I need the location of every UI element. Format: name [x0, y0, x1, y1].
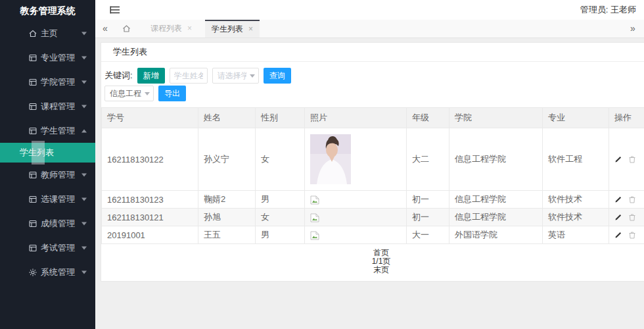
tabs-scroll-left-icon[interactable]: « — [95, 20, 115, 38]
close-icon[interactable]: × — [187, 20, 192, 38]
gear-icon — [29, 268, 37, 276]
cell-gender: 女 — [256, 128, 305, 191]
pagination: 首页 1/1页 末页 — [101, 244, 644, 281]
col-photo: 照片 — [305, 108, 407, 128]
cell-student-id: 162118130121 — [102, 209, 198, 226]
edit-icon[interactable] — [614, 213, 622, 221]
chevron-down-icon — [81, 270, 87, 274]
chevron-down-icon — [81, 56, 87, 59]
sidebar: 教务管理系统 主页 专业管理 学院管理 课程管理 — [0, 0, 95, 329]
sidebar-item-college-mgmt[interactable]: 学院管理 — [0, 70, 95, 94]
sidebar-item-system-mgmt[interactable]: 系统管理 — [0, 260, 95, 284]
close-icon[interactable]: × — [248, 21, 253, 38]
sidebar-item-home[interactable]: 主页 — [0, 21, 95, 45]
cell-major: 软件工程 — [543, 128, 609, 191]
cell-grade: 初一 — [407, 191, 449, 209]
chevron-down-icon — [145, 92, 150, 95]
sidebar-item-student-list[interactable]: 学生列表 — [0, 143, 95, 163]
cell-student-id: 20191001 — [102, 226, 198, 244]
cell-college: 信息工程学院 — [449, 191, 543, 209]
col-actions: 操作 — [609, 108, 644, 128]
add-button[interactable]: 新增 — [137, 68, 165, 84]
sidebar-item-label: 选课管理 — [41, 194, 75, 204]
sidebar-item-label: 学院管理 — [41, 77, 75, 87]
sidebar-item-label: 课程管理 — [41, 101, 75, 111]
chevron-down-icon — [81, 246, 87, 249]
query-button[interactable]: 查询 — [264, 68, 291, 84]
collapse-sidebar-icon[interactable] — [110, 5, 120, 14]
sidebar-item-student-mgmt[interactable]: 学生管理 — [0, 118, 95, 143]
col-name: 姓名 — [198, 108, 256, 128]
cell-student-id: 162118130123 — [102, 191, 198, 209]
edit-icon[interactable] — [614, 155, 622, 163]
cell-actions — [609, 128, 644, 191]
top-navbar: 管理员: 王老师 — [95, 0, 644, 20]
sidebar-item-enroll-mgmt[interactable]: 选课管理 — [0, 187, 95, 211]
col-gender: 性别 — [256, 108, 305, 128]
table-row: 162118130121 孙旭 女 初一 信息工程学院 软件技术 — [102, 209, 644, 226]
student-table: 学号 姓名 性别 照片 年级 学院 专业 操作 162118130122 — [101, 107, 644, 244]
sidebar-item-major-mgmt[interactable]: 专业管理 — [0, 45, 95, 70]
student-list-panel: 学生列表 关键词: 新增 请选择学院 查询 信息工程 — [101, 42, 644, 282]
sidebar-item-teacher-mgmt[interactable]: 教师管理 — [0, 163, 95, 187]
cell-gender: 男 — [256, 226, 305, 244]
student-photo — [310, 134, 351, 184]
sidebar-item-label: 系统管理 — [41, 267, 75, 277]
delete-icon[interactable] — [628, 213, 636, 221]
college-select[interactable]: 请选择学院 — [212, 68, 259, 84]
scrollbar-thumb[interactable] — [32, 141, 45, 164]
tab-student-list[interactable]: 学生列表 × — [205, 20, 260, 38]
cell-grade: 初一 — [407, 209, 449, 226]
edit-icon[interactable] — [614, 195, 622, 203]
sidebar-item-label: 专业管理 — [41, 53, 75, 63]
cell-name: 孙义宁 — [198, 128, 256, 191]
student-name-input[interactable] — [170, 68, 208, 84]
module-icon — [29, 171, 37, 179]
tab-label: 学生列表 — [212, 21, 243, 38]
delete-icon[interactable] — [628, 231, 636, 239]
pagination-last[interactable]: 末页 — [101, 266, 644, 274]
edit-icon[interactable] — [614, 231, 622, 239]
table-row: 162118130123 鞠婧2 男 初一 信息工程学院 软件技术 — [102, 191, 644, 209]
chevron-down-icon — [81, 32, 87, 35]
cell-photo — [305, 209, 407, 226]
content-area: 学生列表 关键词: 新增 请选择学院 查询 信息工程 — [95, 38, 644, 329]
broken-image-icon — [310, 231, 319, 240]
delete-icon[interactable] — [628, 195, 636, 203]
cell-name: 王五 — [198, 226, 256, 244]
sidebar-item-label: 教师管理 — [41, 170, 75, 180]
tab-course-list[interactable]: 课程列表 × — [144, 20, 198, 38]
table-row: 20191001 王五 男 大一 外国语学院 英语 — [102, 226, 644, 244]
chevron-down-icon — [81, 222, 87, 225]
chevron-down-icon — [81, 197, 87, 201]
tabs-scroll-right-icon[interactable]: » — [623, 20, 643, 38]
module-icon — [29, 195, 37, 203]
sidebar-item-course-mgmt[interactable]: 课程管理 — [0, 94, 95, 118]
cell-photo — [305, 191, 407, 209]
col-grade: 年级 — [407, 108, 449, 128]
module-icon — [29, 78, 37, 86]
sidebar-item-grade-mgmt[interactable]: 成绩管理 — [0, 211, 95, 236]
export-button[interactable]: 导出 — [158, 86, 186, 101]
cell-gender: 男 — [256, 191, 305, 209]
panel-title: 学生列表 — [101, 43, 644, 62]
home-tab-icon[interactable] — [115, 20, 137, 38]
tab-bar: « 课程列表 × 学生列表 × » — [95, 20, 644, 38]
cell-grade: 大二 — [407, 128, 449, 191]
chevron-down-icon — [81, 105, 87, 108]
cell-photo — [305, 226, 407, 244]
module-icon — [29, 103, 37, 111]
cell-major: 英语 — [543, 226, 609, 244]
sidebar-item-exam-mgmt[interactable]: 考试管理 — [0, 236, 95, 260]
module-icon — [29, 220, 37, 228]
major-select[interactable]: 信息工程 — [104, 86, 154, 101]
delete-icon[interactable] — [628, 155, 636, 163]
cell-name: 孙旭 — [198, 209, 256, 226]
cell-college: 信息工程学院 — [449, 128, 543, 191]
chevron-down-icon — [81, 173, 87, 176]
pagination-info: 1/1页 — [101, 257, 644, 266]
main-area: 管理员: 王老师 « 课程列表 × 学生列表 × » 学生列表 关键词 — [95, 0, 644, 329]
cell-actions — [609, 226, 644, 244]
cell-gender: 女 — [256, 209, 305, 226]
toolbar: 关键词: 新增 请选择学院 查询 信息工程 — [101, 62, 644, 107]
